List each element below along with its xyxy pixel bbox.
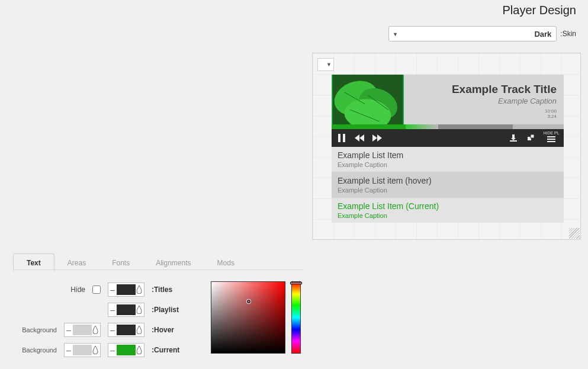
- list-item-title: Example List Item: [338, 150, 558, 160]
- svg-marker-6: [355, 134, 359, 142]
- hover-label: :Hover: [152, 326, 186, 334]
- player-preview-panel: ▼ Example Track Title Example Caption 10: [312, 53, 581, 240]
- list-item-caption: Example Caption: [338, 187, 558, 194]
- eyedropper-icon: [136, 306, 143, 314]
- color-picker: [211, 281, 301, 354]
- svg-marker-9: [377, 134, 382, 142]
- playlist-color-swatch[interactable]: –: [108, 303, 144, 317]
- current-bg-swatch[interactable]: –: [64, 343, 101, 357]
- pause-button[interactable]: [335, 131, 348, 145]
- list-item[interactable]: Example List Item (Current) Example Capt…: [332, 198, 564, 223]
- hover-bg-swatch[interactable]: –: [64, 323, 101, 337]
- titles-label: :Titles: [152, 285, 186, 294]
- eyedropper-icon: [136, 346, 143, 354]
- toggle-playlist-button[interactable]: HIDE PL: [542, 131, 560, 145]
- chevron-down-icon: ▾: [394, 31, 397, 37]
- list-item-title: Example List item (hover): [338, 176, 558, 185]
- hover-bg-label: Background: [15, 326, 57, 333]
- track-caption: Example Caption: [411, 97, 557, 105]
- color-preview: [73, 325, 92, 335]
- playlist: Example List Item Example Caption Exampl…: [332, 147, 564, 223]
- minus-icon: –: [110, 306, 115, 314]
- color-preview: [73, 345, 92, 355]
- hue-slider[interactable]: [291, 281, 301, 354]
- svg-rect-10: [512, 134, 515, 138]
- eyedropper-icon: [92, 346, 99, 354]
- svg-rect-14: [531, 134, 534, 138]
- minus-icon: –: [110, 326, 115, 334]
- svg-rect-16: [547, 139, 555, 140]
- skin-value: Dark: [534, 30, 551, 38]
- svg-rect-4: [338, 134, 340, 142]
- download-button[interactable]: [507, 131, 520, 145]
- time-elapsed: 3:24: [547, 114, 557, 120]
- current-bg-label: Background: [15, 346, 57, 354]
- eyedropper-icon: [136, 326, 143, 334]
- color-preview: [117, 304, 136, 315]
- svg-marker-7: [359, 134, 364, 142]
- eyedropper-icon: [92, 326, 99, 334]
- minus-icon: –: [66, 346, 72, 354]
- list-item-caption: Example Caption: [338, 212, 558, 219]
- skin-label: :Skin: [560, 30, 576, 38]
- resize-handle[interactable]: [569, 228, 580, 239]
- skin-row: ▾ Dark :Skin: [388, 26, 576, 41]
- tab-divider: [13, 269, 303, 270]
- preview-bg-picker[interactable]: ▼: [317, 58, 334, 71]
- hide-pl-label: HIDE PL: [543, 131, 559, 135]
- list-item-caption: Example Caption: [338, 161, 558, 168]
- track-title: Example Track Title: [411, 83, 557, 96]
- prev-button[interactable]: [353, 131, 366, 145]
- svg-rect-5: [343, 134, 345, 142]
- hue-cursor: [290, 282, 302, 284]
- player: Example Track Title Example Caption 10:0…: [332, 75, 564, 223]
- minus-icon: –: [110, 285, 115, 294]
- hide-label: Hide: [70, 285, 85, 294]
- list-item-title: Example List Item (Current): [338, 201, 558, 211]
- current-color-swatch[interactable]: –: [108, 343, 144, 357]
- page-title: Player Design: [502, 4, 576, 17]
- svg-marker-11: [511, 138, 516, 140]
- color-preview: [117, 345, 136, 355]
- color-preview: [117, 284, 136, 295]
- album-art: [332, 75, 404, 124]
- list-item[interactable]: Example List Item Example Caption: [332, 147, 564, 172]
- next-button[interactable]: [371, 131, 384, 145]
- svg-marker-8: [372, 134, 377, 142]
- hover-color-swatch[interactable]: –: [108, 323, 144, 337]
- svg-rect-17: [547, 141, 555, 142]
- player-controls: HIDE PL: [332, 129, 564, 147]
- list-item[interactable]: Example List item (hover) Example Captio…: [332, 172, 564, 198]
- playlist-label: :Playlist: [152, 306, 186, 314]
- hide-titles-checkbox[interactable]: [92, 285, 101, 294]
- minus-icon: –: [110, 346, 115, 354]
- current-label: :Current: [152, 346, 186, 354]
- progress-bar[interactable]: [332, 124, 564, 129]
- svg-rect-15: [547, 136, 555, 137]
- skin-select[interactable]: ▾ Dark: [388, 26, 557, 41]
- saturation-value-box[interactable]: [211, 281, 285, 354]
- titles-color-swatch[interactable]: –: [108, 283, 144, 297]
- svg-rect-12: [510, 140, 517, 142]
- sv-cursor: [247, 300, 250, 303]
- eyedropper-icon: [136, 285, 143, 294]
- color-preview: [117, 325, 136, 335]
- fullscreen-button[interactable]: [525, 131, 538, 145]
- minus-icon: –: [66, 326, 72, 334]
